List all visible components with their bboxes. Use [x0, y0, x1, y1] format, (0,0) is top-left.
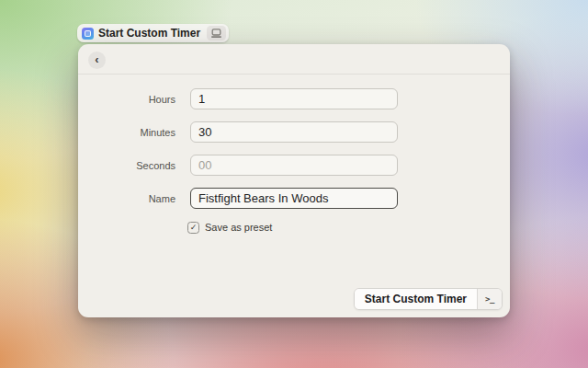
hours-label: Hours	[78, 94, 175, 105]
window-tab-title: Start Custom Timer	[98, 27, 200, 40]
desktop-background: Start Custom Timer ‹ Hours Minutes Secon	[0, 0, 588, 368]
back-button[interactable]: ‹	[88, 52, 106, 69]
seconds-input[interactable]	[190, 155, 398, 176]
custom-timer-form: Hours Minutes Seconds Name ✓ Save as pre…	[78, 88, 510, 234]
checkmark-icon: ✓	[190, 224, 198, 232]
window-tab[interactable]: Start Custom Timer	[77, 24, 229, 42]
form-row: Minutes	[78, 121, 510, 143]
primary-action-group: Start Custom Timer >_	[354, 288, 503, 310]
printer-icon[interactable]	[207, 26, 226, 40]
timer-app-icon	[82, 28, 94, 40]
save-as-preset-label: Save as preset	[205, 222, 272, 233]
terminal-prompt-icon: >_	[485, 295, 494, 304]
timer-glyph	[85, 30, 91, 37]
shortcut-button[interactable]: >_	[478, 289, 502, 309]
name-input[interactable]	[190, 188, 398, 209]
header-divider	[78, 74, 510, 75]
minutes-input[interactable]	[190, 121, 398, 143]
form-row: Seconds	[78, 155, 510, 176]
form-row: Hours	[78, 88, 510, 109]
form-row: Name	[78, 188, 510, 209]
save-as-preset-checkbox[interactable]: ✓ Save as preset	[187, 221, 510, 234]
minutes-label: Minutes	[78, 127, 175, 138]
chevron-left-icon: ‹	[95, 53, 98, 65]
checkbox-box[interactable]: ✓	[187, 222, 199, 234]
hours-input[interactable]	[190, 88, 398, 109]
seconds-label: Seconds	[78, 160, 175, 171]
name-label: Name	[78, 193, 175, 204]
timer-window: ‹ Hours Minutes Seconds Name	[78, 44, 510, 317]
start-custom-timer-button[interactable]: Start Custom Timer	[355, 289, 477, 309]
